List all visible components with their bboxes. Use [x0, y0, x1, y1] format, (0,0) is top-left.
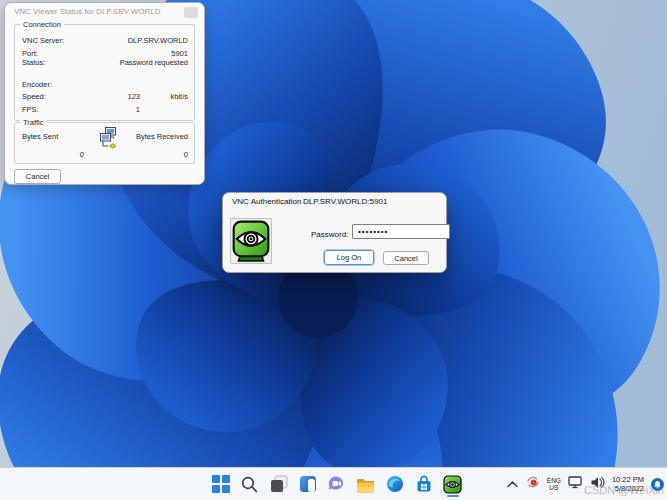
desktop: VNC Viewer Status for DLP.SRV.WORLD Conn…: [0, 0, 667, 500]
volume-button[interactable]: [590, 475, 605, 493]
auth-window-host: DLP.SRV.WORLD:5901: [303, 193, 387, 211]
edge-button[interactable]: [383, 471, 407, 497]
task-view-icon: [270, 475, 288, 493]
vnc-viewer-taskbar-button[interactable]: [441, 471, 465, 497]
auth-window-titlebar[interactable]: VNC Authentication DLP.SRV.WORLD:5901: [223, 193, 446, 211]
file-explorer-icon: [356, 476, 375, 493]
tray-app-button[interactable]: [526, 475, 540, 493]
active-app-indicator: [447, 495, 459, 498]
bytes-received-label: Bytes Received: [136, 132, 188, 141]
traffic-group: Traffic Bytes Sent Bytes Received 0 0: [14, 122, 195, 164]
task-view-button[interactable]: [267, 471, 291, 497]
language-indicator[interactable]: ENG US: [547, 477, 561, 491]
vnc-eye-icon: [230, 218, 272, 264]
bytes-sent-value: 0: [22, 150, 84, 159]
log-on-button[interactable]: Log On: [324, 250, 374, 265]
status-row-server: VNC Server: DLP.SRV.WORLD: [22, 36, 188, 46]
connection-group-label: Connection: [20, 20, 64, 29]
password-label: Password:: [311, 230, 348, 239]
language-line1: ENG: [547, 477, 561, 484]
notification-badge[interactable]: [651, 478, 664, 491]
search-button[interactable]: [238, 471, 262, 497]
bytes-received-value: 0: [184, 150, 188, 159]
close-button[interactable]: [184, 7, 198, 18]
chat-icon: [327, 475, 346, 493]
clock-time: 10:22 PM: [612, 475, 644, 485]
microsoft-store-button[interactable]: [412, 471, 436, 497]
clock[interactable]: 10:22 PM 5/8/2022: [612, 475, 644, 494]
microsoft-store-icon: [415, 475, 433, 493]
network-icon: [568, 476, 583, 489]
clock-date: 5/8/2022: [612, 484, 644, 494]
search-icon: [241, 476, 258, 493]
tray-app-icon: [526, 475, 540, 489]
auth-window-title: VNC Authentication: [232, 197, 301, 206]
vnc-status-window: VNC Viewer Status for DLP.SRV.WORLD Conn…: [4, 2, 205, 185]
status-row-fps: FPS: 1: [22, 105, 188, 115]
file-explorer-button[interactable]: [354, 471, 378, 497]
chat-button[interactable]: [325, 471, 349, 497]
widgets-button[interactable]: [296, 471, 320, 497]
widgets-icon: [299, 475, 317, 493]
vnc-viewer-icon: [443, 475, 462, 494]
status-row-encoder: Encoder:: [22, 80, 188, 90]
status-window-titlebar[interactable]: VNC Viewer Status for DLP.SRV.WORLD: [5, 3, 204, 21]
status-row-status: Status: Password requested: [22, 58, 188, 68]
windows-start-icon: [212, 475, 230, 493]
language-line2: US: [547, 484, 561, 491]
network-button[interactable]: [568, 475, 583, 493]
taskbar-center-icons: [206, 471, 467, 497]
auth-cancel-button[interactable]: Cancel: [383, 251, 429, 265]
start-button[interactable]: [209, 471, 233, 497]
traffic-values-row: 0 0: [22, 150, 188, 160]
bytes-sent-label: Bytes Sent: [22, 132, 58, 141]
connection-group: Connection VNC Server: DLP.SRV.WORLD Por…: [14, 24, 195, 121]
taskbar-tray: ENG US 10:22 PM 5/8/2022: [506, 468, 664, 500]
taskbar: ENG US 10:22 PM 5/8/2022: [0, 467, 667, 500]
password-input[interactable]: [352, 224, 450, 239]
status-window-title: VNC Viewer Status for DLP.SRV.WORLD: [14, 7, 160, 16]
edge-icon: [386, 475, 404, 493]
status-row-speed: Speed: 123 kbit/s: [22, 92, 188, 102]
bell-icon: [653, 480, 662, 489]
status-cancel-button[interactable]: Cancel: [14, 169, 61, 184]
hidden-icons-chevron[interactable]: [506, 475, 519, 493]
chevron-up-icon: [506, 479, 519, 489]
volume-icon: [590, 476, 605, 489]
traffic-group-label: Traffic: [20, 118, 46, 127]
vnc-auth-window: VNC Authentication DLP.SRV.WORLD:5901 P: [222, 192, 447, 273]
